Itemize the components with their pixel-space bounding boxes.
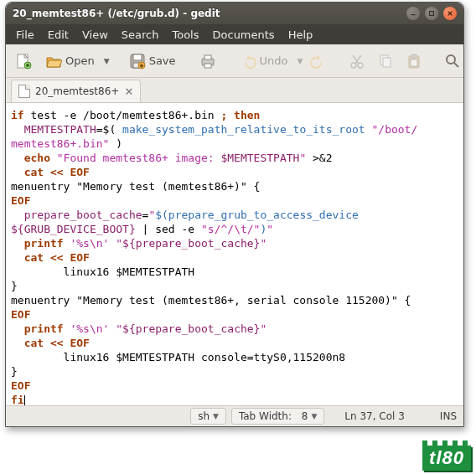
- window-controls: [406, 7, 457, 20]
- svg-line-28: [454, 63, 458, 67]
- titlebar[interactable]: 20_memtest86+ (/etc/grub.d) - gedit: [6, 3, 463, 24]
- svg-rect-10: [133, 54, 142, 60]
- save-button[interactable]: Save: [123, 49, 182, 74]
- close-button[interactable]: [443, 7, 457, 20]
- undo-dropdown[interactable]: ▼: [298, 57, 303, 65]
- save-label: Save: [149, 54, 176, 67]
- menu-search[interactable]: Search: [116, 27, 164, 43]
- cursor-position: Ln 37, Col 3: [344, 410, 405, 422]
- find-button[interactable]: [440, 49, 465, 74]
- window-title: 20_memtest86+ (/etc/grub.d) - gedit: [13, 8, 406, 19]
- svg-point-27: [447, 55, 455, 64]
- open-dropdown[interactable]: ▼: [104, 57, 110, 65]
- open-button[interactable]: Open: [39, 49, 101, 74]
- svg-rect-15: [204, 64, 211, 68]
- open-label: Open: [65, 54, 95, 67]
- tab-label: 20_memtest86+: [35, 85, 119, 97]
- text-cursor: [24, 395, 25, 407]
- insert-mode: INS: [440, 410, 457, 422]
- svg-rect-1: [430, 12, 434, 16]
- watermark: tl80: [422, 446, 471, 471]
- svg-rect-23: [383, 58, 391, 67]
- gedit-window: 20_memtest86+ (/etc/grub.d) - gedit File…: [5, 2, 464, 427]
- language-selector[interactable]: sh▼: [190, 408, 226, 425]
- new-document-button[interactable]: [11, 49, 36, 74]
- menu-help[interactable]: Help: [283, 27, 318, 43]
- svg-rect-26: [411, 59, 417, 66]
- menubar: File Edit View Search Tools Documents He…: [6, 24, 463, 44]
- maximize-button[interactable]: [425, 7, 438, 20]
- redo-button[interactable]: [306, 49, 331, 74]
- tabbar: 20_memtest86+ ✕: [6, 78, 463, 103]
- menu-edit[interactable]: Edit: [43, 27, 74, 43]
- tab-close-icon[interactable]: ✕: [124, 85, 133, 98]
- svg-marker-16: [247, 55, 251, 60]
- svg-marker-17: [315, 55, 319, 60]
- print-button[interactable]: [195, 49, 220, 74]
- svg-rect-14: [204, 55, 211, 59]
- document-tab[interactable]: 20_memtest86+ ✕: [11, 80, 141, 102]
- svg-rect-25: [411, 54, 416, 58]
- menu-file[interactable]: File: [11, 27, 39, 43]
- tabwidth-selector[interactable]: Tab Width: 8▼: [231, 408, 324, 425]
- menu-view[interactable]: View: [77, 27, 113, 43]
- copy-button[interactable]: [373, 49, 398, 74]
- cut-button[interactable]: [344, 49, 370, 74]
- document-icon: [18, 85, 30, 98]
- undo-label: Undo: [260, 54, 288, 67]
- statusbar: sh▼ Tab Width: 8▼ Ln 37, Col 3 INS: [6, 406, 463, 426]
- paste-button[interactable]: [401, 49, 427, 74]
- menu-documents[interactable]: Documents: [208, 27, 280, 43]
- undo-button[interactable]: Undo: [234, 49, 294, 74]
- toolbar: Open ▼ Save Undo ▼: [6, 44, 463, 78]
- editor-area[interactable]: if test -e /boot/memtest86+.bin ; then M…: [6, 103, 463, 406]
- menu-tools[interactable]: Tools: [167, 27, 204, 43]
- minimize-button[interactable]: [406, 7, 420, 20]
